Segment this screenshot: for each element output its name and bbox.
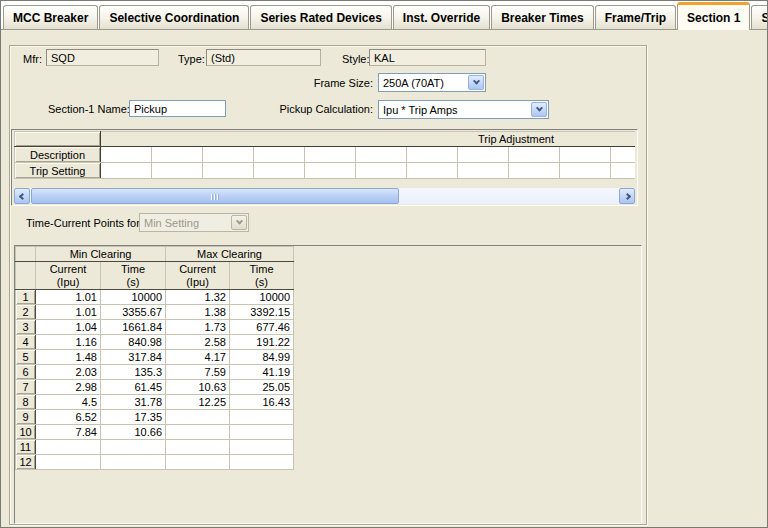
min-time-cell[interactable]: 840.98 <box>101 335 166 350</box>
trip-grid-cell[interactable] <box>509 147 560 163</box>
max-time-cell[interactable]: 677.46 <box>230 320 294 335</box>
max-time-cell[interactable]: 41.19 <box>230 365 294 380</box>
max-current-cell[interactable]: 7.59 <box>166 365 230 380</box>
trip-grid-cell[interactable] <box>356 147 407 163</box>
min-current-cell[interactable]: 1.16 <box>36 335 101 350</box>
trip-grid-cell[interactable] <box>560 163 611 179</box>
row-number[interactable]: 7 <box>16 380 36 395</box>
max-current-cell[interactable]: 12.25 <box>166 395 230 410</box>
frame-size-dropdown-button[interactable] <box>468 75 484 90</box>
min-time-cell[interactable]: 317.84 <box>101 350 166 365</box>
max-time-cell[interactable] <box>230 455 294 470</box>
min-current-cell[interactable]: 1.48 <box>36 350 101 365</box>
max-time-cell[interactable] <box>230 410 294 425</box>
max-time-cell[interactable]: 16.43 <box>230 395 294 410</box>
min-current-cell[interactable]: 1.01 <box>36 305 101 320</box>
tab-frame-trip[interactable]: Frame/Trip <box>595 5 676 29</box>
tab-series-rated-devices[interactable]: Series Rated Devices <box>250 5 391 29</box>
trip-grid-cell[interactable] <box>305 163 356 179</box>
min-current-cell[interactable]: 7.84 <box>36 425 101 440</box>
trip-grid-cell[interactable] <box>254 147 305 163</box>
row-number[interactable]: 4 <box>16 335 36 350</box>
min-current-cell[interactable] <box>36 455 101 470</box>
row-number[interactable]: 8 <box>16 395 36 410</box>
trip-grid-cell[interactable] <box>560 147 611 163</box>
min-time-cell[interactable]: 3355.67 <box>101 305 166 320</box>
min-current-cell[interactable]: 2.03 <box>36 365 101 380</box>
max-current-cell[interactable] <box>166 425 230 440</box>
trip-grid-cell[interactable] <box>458 163 509 179</box>
scrollbar-thumb[interactable] <box>31 188 399 204</box>
pickup-calculation-combobox[interactable]: Ipu * Trip Amps <box>378 100 549 119</box>
min-time-cell[interactable]: 10.66 <box>101 425 166 440</box>
tab-mcc-breaker[interactable]: MCC Breaker <box>3 5 98 29</box>
frame-size-combobox[interactable]: 250A (70AT) <box>378 73 486 92</box>
row-number[interactable]: 2 <box>16 305 36 320</box>
trip-grid-cell[interactable] <box>611 147 636 163</box>
row-number[interactable]: 10 <box>16 425 36 440</box>
max-current-cell[interactable]: 1.32 <box>166 290 230 305</box>
min-time-cell[interactable] <box>101 455 166 470</box>
max-current-cell[interactable]: 1.73 <box>166 320 230 335</box>
max-current-cell[interactable]: 1.38 <box>166 305 230 320</box>
min-current-cell[interactable]: 1.04 <box>36 320 101 335</box>
trip-grid-cell[interactable] <box>611 163 636 179</box>
max-time-cell[interactable]: 25.05 <box>230 380 294 395</box>
scroll-right-button[interactable] <box>619 188 635 204</box>
trip-grid-cell[interactable] <box>509 163 560 179</box>
row-number[interactable]: 9 <box>16 410 36 425</box>
tab-inst-override[interactable]: Inst. Override <box>393 5 490 29</box>
max-time-cell[interactable]: 84.99 <box>230 350 294 365</box>
max-time-cell[interactable] <box>230 425 294 440</box>
row-number[interactable]: 6 <box>16 365 36 380</box>
min-time-cell[interactable]: 61.45 <box>101 380 166 395</box>
trip-grid-cell[interactable] <box>356 163 407 179</box>
min-current-cell[interactable]: 4.5 <box>36 395 101 410</box>
min-current-cell[interactable]: 2.98 <box>36 380 101 395</box>
min-time-cell[interactable] <box>101 440 166 455</box>
max-current-cell[interactable]: 10.63 <box>166 380 230 395</box>
row-number[interactable]: 1 <box>16 290 36 305</box>
min-current-cell[interactable] <box>36 440 101 455</box>
horizontal-scrollbar[interactable] <box>14 188 635 204</box>
scroll-left-button[interactable] <box>14 188 30 204</box>
trip-grid-cell[interactable] <box>203 163 254 179</box>
max-time-cell[interactable]: 3392.15 <box>230 305 294 320</box>
min-time-cell[interactable]: 135.3 <box>101 365 166 380</box>
min-time-cell[interactable]: 1661.84 <box>101 320 166 335</box>
type-field[interactable] <box>206 49 321 66</box>
max-current-cell[interactable] <box>166 440 230 455</box>
max-time-cell[interactable]: 10000 <box>230 290 294 305</box>
trip-grid-cell[interactable] <box>305 147 356 163</box>
tab-section-2[interactable]: Section 2 <box>751 5 768 29</box>
tab-section-1[interactable]: Section 1 <box>677 2 750 30</box>
row-number[interactable]: 12 <box>16 455 36 470</box>
trip-grid-cell[interactable] <box>101 147 152 163</box>
trip-grid-cell[interactable] <box>152 147 203 163</box>
tab-breaker-times[interactable]: Breaker Times <box>491 5 594 29</box>
max-time-cell[interactable] <box>230 440 294 455</box>
trip-grid-cell[interactable] <box>203 147 254 163</box>
max-current-cell[interactable] <box>166 455 230 470</box>
row-number[interactable]: 5 <box>16 350 36 365</box>
trip-grid-cell[interactable] <box>254 163 305 179</box>
pickup-calculation-dropdown-button[interactable] <box>531 102 547 117</box>
min-current-cell[interactable]: 6.52 <box>36 410 101 425</box>
trip-grid-cell[interactable] <box>101 163 152 179</box>
max-current-cell[interactable]: 2.58 <box>166 335 230 350</box>
trip-grid-cell[interactable] <box>458 147 509 163</box>
scrollbar-track[interactable] <box>30 188 619 204</box>
trip-grid-cell[interactable] <box>407 147 458 163</box>
max-current-cell[interactable]: 4.17 <box>166 350 230 365</box>
mfr-field[interactable] <box>46 49 159 66</box>
min-time-cell[interactable]: 31.78 <box>101 395 166 410</box>
row-number[interactable]: 3 <box>16 320 36 335</box>
style-field[interactable] <box>369 49 486 66</box>
row-number[interactable]: 11 <box>16 440 36 455</box>
section-name-field[interactable] <box>129 100 226 117</box>
min-current-cell[interactable]: 1.01 <box>36 290 101 305</box>
max-time-cell[interactable]: 191.22 <box>230 335 294 350</box>
trip-grid-cell[interactable] <box>407 163 458 179</box>
trip-grid-cell[interactable] <box>152 163 203 179</box>
min-time-cell[interactable]: 10000 <box>101 290 166 305</box>
